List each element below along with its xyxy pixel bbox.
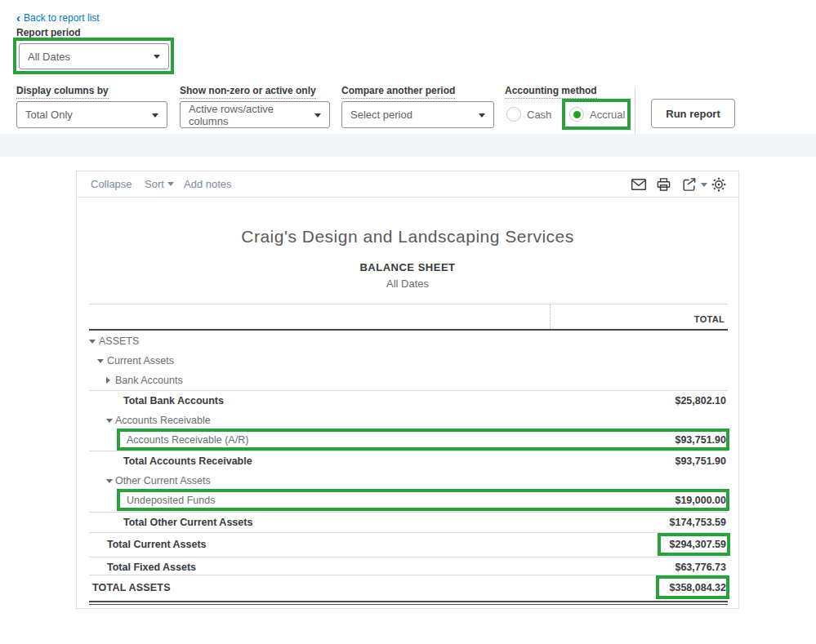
row-label[interactable]: Accounts Receivable — [115, 411, 211, 430]
report-period-dropdown[interactable]: All Dates — [19, 43, 169, 69]
company-name: Craig's Design and Landscaping Services — [77, 227, 738, 246]
row-value: $174,753.59 — [669, 513, 726, 532]
chevron-down-icon — [479, 113, 485, 118]
collapse-arrow-icon[interactable] — [89, 340, 96, 344]
cash-radio[interactable] — [506, 107, 521, 122]
row-label[interactable]: Current Assets — [107, 351, 174, 371]
report-card: Collapse Sort Add notes — [76, 171, 739, 609]
row-label[interactable]: Other Current Assets — [115, 471, 211, 491]
display-columns-value: Total Only — [25, 109, 73, 121]
back-link-label: Back to report list — [24, 12, 100, 24]
row-label: Total Other Current Assets — [123, 513, 252, 532]
table-row: Accounts Receivable — [77, 411, 740, 430]
sort-link-label: Sort — [145, 178, 164, 190]
row-label[interactable]: Bank Accounts — [115, 371, 183, 390]
table-row: Bank Accounts — [77, 371, 740, 390]
print-icon[interactable] — [656, 176, 672, 193]
header-underline — [89, 329, 728, 331]
report-title: BALANCE SHEET — [77, 261, 738, 273]
table-row: Total Bank Accounts $25,802.10 — [77, 391, 740, 411]
nonzero-dropdown[interactable]: Active rows/active columns — [180, 101, 330, 128]
export-options-caret-icon[interactable] — [701, 183, 707, 187]
table-row: ASSETS — [77, 331, 740, 351]
sort-link[interactable]: Sort — [145, 178, 174, 190]
collapse-link[interactable]: Collapse — [91, 178, 132, 190]
report-period-label: Report period — [16, 27, 81, 41]
compare-period-label: Compare another period — [341, 85, 455, 99]
row-value[interactable]: $19,000.00 — [675, 491, 726, 510]
table-row: Total Accounts Receivable $93,751.90 — [77, 451, 740, 471]
accounting-method-label: Accounting method — [505, 85, 597, 99]
chevron-down-icon — [167, 182, 174, 186]
report-period-value: All Dates — [28, 51, 70, 63]
row-label: Total Accounts Receivable — [123, 451, 252, 471]
nonzero-value: Active rows/active columns — [189, 103, 308, 127]
row-label[interactable]: Undeposited Funds — [127, 491, 215, 510]
table-row: Accounts Receivable (A/R) $93,751.90 — [77, 430, 740, 450]
chevron-down-icon — [154, 55, 160, 59]
row-label: TOTAL ASSETS — [92, 578, 171, 597]
section-divider-band — [0, 134, 816, 157]
settings-icon[interactable] — [711, 176, 727, 193]
table-row: Current Assets — [77, 351, 740, 371]
filter-divider — [635, 87, 635, 136]
row-divider — [89, 575, 728, 575]
display-columns-dropdown[interactable]: Total Only — [16, 101, 167, 128]
row-value[interactable]: $93,751.90 — [675, 430, 726, 450]
export-icon[interactable] — [681, 176, 698, 193]
row-value: $25,802.10 — [675, 391, 726, 411]
row-value: $93,751.90 — [675, 451, 726, 471]
accrual-radio-label[interactable]: Accrual — [590, 109, 625, 121]
add-notes-link[interactable]: Add notes — [184, 178, 232, 190]
collapse-arrow-icon[interactable] — [97, 359, 104, 363]
display-columns-label: Display columns by — [16, 85, 109, 99]
column-divider — [550, 304, 551, 329]
row-label[interactable]: Accounts Receivable (A/R) — [127, 430, 248, 450]
total-column-header: TOTAL — [694, 314, 725, 324]
chevron-down-icon — [152, 113, 158, 118]
row-label: Total Bank Accounts — [123, 391, 224, 411]
grand-total-line — [89, 604, 728, 606]
collapse-arrow-icon[interactable] — [106, 479, 113, 483]
compare-period-value: Select period — [350, 109, 412, 121]
report-page: ‹Back to report list Report period All D… — [0, 0, 816, 644]
table-row: Other Current Assets — [77, 471, 740, 491]
table-row: Total Current Assets $294,307.59 — [77, 535, 740, 554]
email-icon[interactable] — [631, 177, 647, 193]
compare-period-dropdown[interactable]: Select period — [341, 101, 494, 128]
toolbar-divider — [77, 197, 738, 198]
table-row: Undeposited Funds $19,000.00 — [77, 491, 740, 510]
run-report-button[interactable]: Run report — [651, 99, 735, 128]
radio-selected-dot-icon — [573, 111, 581, 118]
row-label[interactable]: ASSETS — [99, 331, 139, 351]
chevron-left-icon: ‹ — [16, 11, 20, 24]
collapse-arrow-icon[interactable] — [106, 419, 113, 423]
nonzero-label: Show non-zero or active only — [180, 85, 316, 99]
row-divider — [89, 532, 728, 533]
table-row: Total Other Current Assets $174,753.59 — [77, 513, 740, 532]
accrual-radio[interactable] — [569, 107, 584, 122]
row-value: $358,084.32 — [669, 578, 726, 597]
table-row: TOTAL ASSETS $358,084.32 — [77, 578, 740, 597]
grand-total-line — [89, 601, 728, 602]
cash-radio-label[interactable]: Cash — [527, 109, 551, 121]
row-label: Total Current Assets — [107, 535, 207, 554]
back-to-report-list-link[interactable]: ‹Back to report list — [16, 11, 100, 24]
expand-arrow-icon[interactable] — [106, 377, 110, 384]
row-value: $294,307.59 — [669, 535, 726, 554]
report-subtitle: All Dates — [77, 278, 738, 290]
table-top-border — [89, 304, 728, 304]
chevron-down-icon — [314, 113, 321, 118]
